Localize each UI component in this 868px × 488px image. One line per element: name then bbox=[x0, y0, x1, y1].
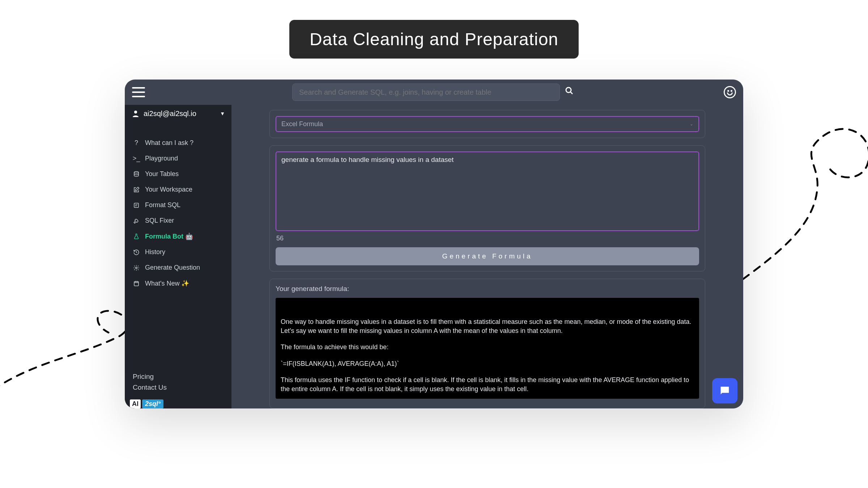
svg-point-0 bbox=[566, 87, 571, 93]
terminal-icon: >_ bbox=[133, 155, 140, 162]
chat-icon bbox=[719, 385, 731, 397]
search-input[interactable] bbox=[299, 88, 553, 97]
result-text: This formula uses the IF function to che… bbox=[281, 376, 694, 394]
topbar bbox=[125, 80, 743, 105]
database-icon bbox=[133, 171, 140, 178]
nav-history[interactable]: History bbox=[125, 244, 231, 260]
search-box[interactable] bbox=[292, 84, 560, 101]
result-text: The formula to achieve this would be: bbox=[281, 343, 694, 352]
nav-label: Playground bbox=[145, 155, 178, 162]
user-icon bbox=[131, 109, 140, 118]
main-content: Excel Formula ⌄ 56 Generate Formula Your… bbox=[231, 105, 743, 408]
nav-label: History bbox=[145, 248, 165, 256]
svg-rect-6 bbox=[134, 282, 139, 286]
formula-type-panel: Excel Formula ⌄ bbox=[269, 110, 705, 138]
nav-label: Your Workspace bbox=[145, 186, 192, 193]
nav-label: What's New ✨ bbox=[145, 279, 189, 287]
svg-point-5 bbox=[136, 267, 137, 269]
svg-line-1 bbox=[570, 92, 573, 94]
nav-label: What can I ask ? bbox=[145, 139, 193, 147]
nav-label: Format SQL bbox=[145, 201, 180, 209]
nav-playground[interactable]: >_ Playground bbox=[125, 151, 231, 166]
nav-formula-bot[interactable]: Formula Bot 🤖 bbox=[125, 228, 231, 244]
page-title: Data Cleaning and Preparation bbox=[289, 20, 579, 59]
nav-generate-question[interactable]: Generate Question bbox=[125, 260, 231, 275]
nav-list: ? What can I ask ? >_ Playground Your Ta… bbox=[125, 124, 231, 291]
result-label: Your generated formula: bbox=[276, 285, 699, 298]
nav-your-workspace[interactable]: Your Workspace bbox=[125, 182, 231, 197]
nav-label: Your Tables bbox=[145, 170, 179, 178]
nav-whats-new[interactable]: What's New ✨ bbox=[125, 275, 231, 291]
user-email: ai2sql@ai2sql.io bbox=[144, 110, 216, 118]
app-frame: ai2sql@ai2sql.io ▼ ? What can I ask ? >_… bbox=[125, 80, 743, 408]
logo-part1: AI bbox=[130, 399, 141, 408]
calendar-icon bbox=[133, 280, 140, 287]
nav-what-can-i-ask[interactable]: ? What can I ask ? bbox=[125, 135, 231, 151]
result-output: One way to handle missing values in a da… bbox=[276, 298, 699, 399]
nav-label: SQL Fixer bbox=[145, 217, 174, 224]
sidebar: ai2sql@ai2sql.io ▼ ? What can I ask ? >_… bbox=[125, 105, 231, 408]
flask-icon bbox=[133, 233, 140, 240]
result-text: One way to handle missing values in a da… bbox=[281, 317, 694, 335]
chat-button[interactable] bbox=[712, 378, 737, 403]
question-icon: ? bbox=[133, 140, 140, 147]
nav-sql-fixer[interactable]: SQL Fixer bbox=[125, 213, 231, 228]
nav-your-tables[interactable]: Your Tables bbox=[125, 166, 231, 182]
menu-icon[interactable] bbox=[132, 87, 145, 97]
result-formula: `=IF(ISBLANK(A1), AVERAGE(A:A), A1)` bbox=[281, 359, 694, 368]
chevron-down-icon: ▼ bbox=[220, 111, 225, 116]
svg-point-2 bbox=[134, 111, 137, 114]
user-dropdown[interactable]: ai2sql@ai2sql.io ▼ bbox=[125, 105, 231, 124]
prompt-panel: 56 Generate Formula bbox=[269, 145, 705, 271]
format-icon bbox=[133, 202, 140, 209]
edit-icon bbox=[133, 186, 140, 193]
logo: AI 2sql° bbox=[125, 397, 231, 408]
pricing-link[interactable]: Pricing bbox=[133, 371, 224, 382]
generate-button[interactable]: Generate Formula bbox=[276, 247, 699, 265]
result-panel: Your generated formula: One way to handl… bbox=[269, 279, 705, 408]
wrench-icon bbox=[133, 217, 140, 224]
sidebar-footer: Pricing Contact Us bbox=[125, 371, 231, 397]
logo-part2: 2sql° bbox=[142, 399, 163, 408]
smile-icon[interactable] bbox=[724, 86, 736, 98]
svg-rect-4 bbox=[134, 203, 139, 207]
select-value: Excel Formula bbox=[281, 120, 323, 128]
gear-icon bbox=[133, 264, 140, 271]
history-icon bbox=[133, 249, 140, 256]
contact-link[interactable]: Contact Us bbox=[133, 382, 224, 393]
formula-type-select[interactable]: Excel Formula ⌄ bbox=[276, 116, 699, 132]
nav-label: Generate Question bbox=[145, 264, 200, 271]
char-count: 56 bbox=[276, 232, 699, 247]
svg-point-3 bbox=[134, 171, 139, 173]
nav-format-sql[interactable]: Format SQL bbox=[125, 197, 231, 213]
nav-label: Formula Bot 🤖 bbox=[145, 232, 193, 240]
chevron-down-icon: ⌄ bbox=[690, 121, 693, 127]
prompt-input[interactable] bbox=[276, 151, 699, 231]
search-icon[interactable] bbox=[562, 84, 576, 98]
